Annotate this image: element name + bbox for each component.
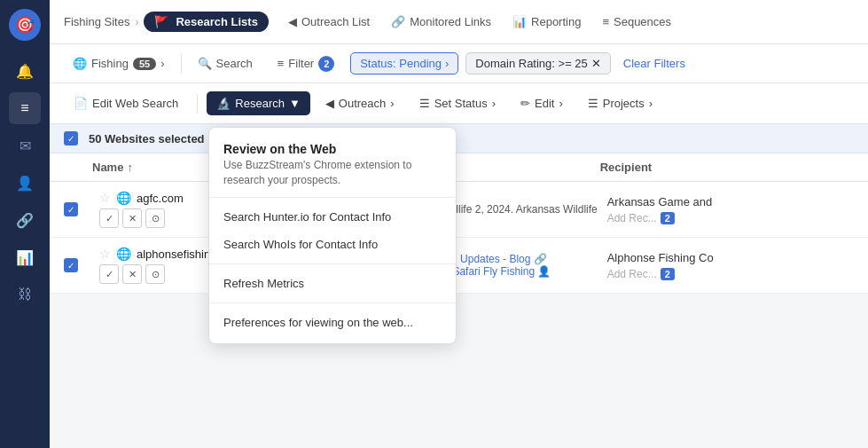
nav-links: ◀ Outreach List 🔗 Monitored Links 📊 Repo… — [279, 12, 680, 32]
col-recipient-header: Recipient — [600, 161, 854, 174]
sidebar-logo[interactable]: 🎯 — [9, 9, 41, 41]
nav-reporting[interactable]: 📊 Reporting — [504, 12, 590, 32]
sidebar-icon-link[interactable]: 🔗 — [9, 204, 41, 236]
filter-bar: 🌐 Fishing 55 › 🔍 Search ≡ Filter 2 Statu… — [50, 44, 868, 83]
sidebar-icon-user[interactable]: 👤 — [9, 167, 41, 199]
sidebar-icon-mail[interactable]: ✉ — [9, 130, 41, 161]
top-nav: Fishing Sites › 🚩 Research Lists ◀ Outre… — [50, 0, 868, 44]
table-row: ✓ ☆ 🌐 agfc.com ✓ ✕ ⊙ Repo. Game Report. … — [50, 182, 868, 238]
sidebar-icon-bell[interactable]: 🔔 — [9, 55, 41, 87]
list-area: ✓ 50 Websites selected Selection Name ↑ … — [50, 124, 868, 448]
row-x-btn-1[interactable]: ✕ — [122, 208, 142, 228]
row-circle-btn-2[interactable]: ⊙ — [145, 264, 165, 284]
edit-web-search-button[interactable]: 📄 Edit Web Search — [64, 91, 188, 115]
row-recipient-1: Arkansas Game and Add Rec... 2 — [607, 195, 854, 224]
nav-monitored-links[interactable]: 🔗 Monitored Links — [382, 12, 500, 32]
row-check-btn-2[interactable]: ✓ — [99, 264, 119, 284]
row-check-btn-1[interactable]: ✓ — [99, 208, 119, 228]
dropdown-divider-1 — [209, 197, 456, 198]
sidebar: 🎯 🔔 ≡ ✉ 👤 🔗 📊 ⛓ — [0, 0, 50, 448]
row-checkbox-1[interactable]: ✓ — [64, 202, 78, 216]
select-all-checkbox[interactable]: ✓ — [64, 131, 78, 145]
status-filter[interactable]: Status: Pending › — [350, 52, 458, 75]
dropdown-item-whois[interactable]: Search WhoIs for Contact Info — [209, 231, 456, 258]
table-row: ✓ ☆ 🌐 alphonsefishingc... ✓ ✕ ⊙ Our Late… — [50, 238, 868, 294]
row-domain-1[interactable]: agfc.com — [137, 192, 184, 205]
sidebar-icon-network[interactable]: ⛓ — [9, 279, 41, 310]
main-content: Fishing Sites › 🚩 Research Lists ◀ Outre… — [50, 0, 868, 448]
star-icon-2[interactable]: ☆ — [99, 247, 111, 261]
breadcrumb-separator: › — [135, 16, 138, 28]
row-checkbox-2[interactable]: ✓ — [64, 258, 78, 272]
row-recipient-2: Alphonse Fishing Co Add Rec... 2 — [607, 251, 854, 280]
table-header: Name ↑ Homepage Title Recipient — [50, 153, 868, 182]
breadcrumb-active[interactable]: 🚩 Research Lists — [144, 12, 269, 32]
dropdown-header: Review on the Web Use BuzzStream's Chrom… — [209, 135, 456, 192]
dropdown-subtitle: Use BuzzStream's Chrome extension to res… — [223, 158, 442, 188]
row-circle-btn-1[interactable]: ⊙ — [145, 208, 165, 228]
research-dropdown: Review on the Web Use BuzzStream's Chrom… — [208, 127, 457, 344]
dropdown-item-refresh[interactable]: Refresh Metrics — [209, 270, 456, 297]
dropdown-title: Review on the Web — [223, 142, 442, 156]
fishing-filter-tag[interactable]: 🌐 Fishing 55 › — [64, 53, 174, 74]
separator-1 — [181, 54, 182, 74]
email-badge-1: 2 — [661, 212, 675, 224]
toolbar-separator — [197, 94, 198, 114]
breadcrumb-parent[interactable]: Fishing Sites — [64, 15, 129, 28]
selection-bar: ✓ 50 Websites selected Selection — [50, 124, 868, 153]
outreach-button[interactable]: ◀ Outreach › — [316, 91, 404, 115]
sidebar-icon-menu[interactable]: ≡ — [9, 92, 41, 124]
star-icon-1[interactable]: ☆ — [99, 191, 111, 205]
email-badge-2: 2 — [661, 268, 675, 280]
action-toolbar: 📄 Edit Web Search 🔬 Research ▼ ◀ Outreac… — [50, 83, 868, 124]
sidebar-icon-chart[interactable]: 📊 — [9, 241, 41, 273]
globe-icon-2: 🌐 — [116, 247, 131, 261]
nav-sequences[interactable]: ≡ Sequences — [593, 12, 680, 32]
nav-outreach-list[interactable]: ◀ Outreach List — [279, 12, 379, 32]
dropdown-divider-2 — [209, 263, 456, 264]
dropdown-item-preferences[interactable]: Preferences for viewing on the web... — [209, 309, 456, 336]
projects-button[interactable]: ☰ Projects › — [578, 91, 662, 115]
domain-rating-filter[interactable]: Domain Rating: >= 25 ✕ — [465, 52, 610, 75]
edit-button[interactable]: ✏ Edit › — [511, 91, 573, 115]
add-recipient-1[interactable]: Add Rec... — [607, 212, 657, 224]
add-recipient-2[interactable]: Add Rec... — [607, 268, 657, 280]
clear-filters-button[interactable]: Clear Filters — [618, 53, 691, 74]
row-x-btn-2[interactable]: ✕ — [122, 264, 142, 284]
search-button[interactable]: 🔍 Search — [189, 53, 262, 74]
set-status-button[interactable]: ☰ Set Status › — [410, 91, 505, 115]
research-button[interactable]: 🔬 Research ▼ — [207, 91, 310, 115]
dropdown-item-hunter[interactable]: Search Hunter.io for Contact Info — [209, 203, 456, 231]
globe-icon-1: 🌐 — [116, 191, 131, 205]
filter-button[interactable]: ≡ Filter 2 — [269, 52, 343, 75]
dropdown-divider-3 — [209, 303, 456, 303]
